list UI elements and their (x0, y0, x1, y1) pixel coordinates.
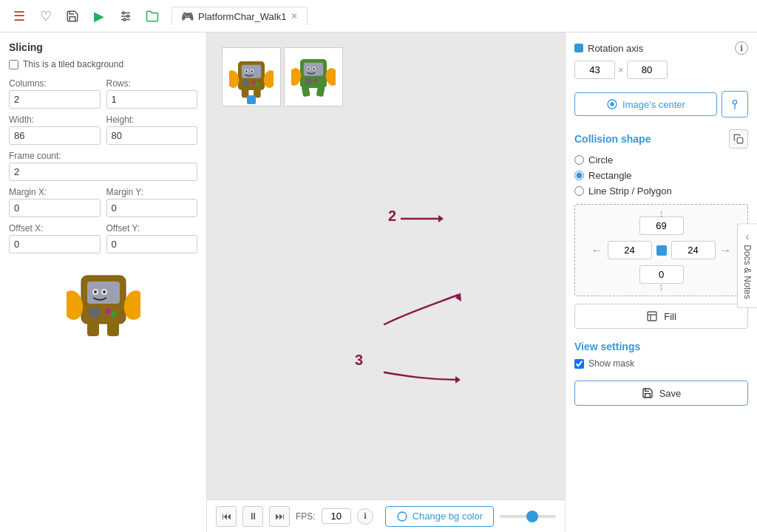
docs-notes-tab[interactable]: Docs & Notes (737, 223, 757, 308)
tab-close-button[interactable]: ✕ (291, 11, 298, 21)
svg-point-56 (733, 100, 736, 104)
save-icon (642, 387, 654, 399)
frame-0-box[interactable] (222, 47, 281, 106)
fps-label: FPS: (296, 511, 316, 522)
offset-x-label: Offset X: (9, 223, 101, 233)
right-arrow-icon[interactable]: → (720, 244, 732, 257)
play-icon[interactable]: ▶ (89, 6, 109, 27)
line-strip-radio[interactable] (574, 186, 584, 196)
svg-point-5 (123, 18, 126, 21)
right-panel: Rotation axis ℹ × Image's center (565, 33, 757, 532)
fill-button[interactable]: Fill (574, 304, 748, 329)
svg-point-27 (256, 83, 259, 86)
copy-shape-button[interactable] (729, 129, 748, 149)
main-content: Slicing This is a tiled background Colum… (0, 33, 757, 532)
tab-platform-char[interactable]: 🎮 PlatformChar_Walk1 ✕ (172, 7, 308, 25)
width-label: Width: (9, 115, 101, 125)
svg-point-12 (89, 307, 101, 318)
circle-radio[interactable] (574, 155, 584, 165)
show-mask-checkbox[interactable] (574, 359, 584, 369)
svg-point-14 (111, 311, 117, 317)
rotation-axis-row: Rotation axis ℹ (574, 41, 748, 55)
save-button[interactable]: Save (574, 381, 748, 406)
change-bg-button[interactable]: Change bg color (385, 506, 494, 527)
toolbar: ☰ ♡ ▶ 🎮 PlatformChar_Walk1 ✕ (0, 0, 757, 33)
copy-icon (733, 134, 744, 144)
folder-icon[interactable] (142, 6, 163, 27)
fps-info-button[interactable]: ℹ (357, 508, 373, 525)
bottom-resize-handle[interactable]: ↕ (659, 281, 664, 293)
circle-radio-row[interactable]: Circle (574, 154, 748, 166)
collision-handle[interactable] (656, 245, 667, 256)
heart-icon[interactable]: ♡ (35, 6, 56, 27)
svg-point-36 (308, 68, 309, 69)
change-bg-label: Change bg color (413, 511, 483, 522)
canvas-content[interactable]: 0 (207, 33, 565, 499)
editor-left-input[interactable] (608, 241, 652, 259)
zoom-slider[interactable] (500, 515, 556, 518)
rectangle-radio-row[interactable]: Rectangle (574, 170, 748, 181)
line-strip-radio-row[interactable]: Line Strip / Polygon (574, 185, 748, 197)
fps-input[interactable] (322, 508, 351, 524)
rectangle-label: Rectangle (588, 170, 632, 181)
svg-text:2: 2 (388, 208, 396, 224)
frame-0[interactable]: 0 (222, 47, 281, 106)
rectangle-radio[interactable] (574, 171, 584, 180)
svg-rect-58 (737, 137, 743, 143)
tiled-bg-row[interactable]: This is a tiled background (9, 59, 197, 69)
editor-right-input[interactable] (671, 241, 716, 259)
save-icon[interactable] (62, 6, 83, 27)
svg-point-23 (245, 70, 247, 72)
tab-bar: 🎮 PlatformChar_Walk1 ✕ (172, 7, 308, 25)
height-input[interactable] (106, 126, 198, 145)
tiled-bg-checkbox[interactable] (9, 60, 18, 69)
canvas-area: 0 (207, 33, 565, 532)
margin-y-input[interactable] (106, 199, 198, 217)
margin-y-group: Margin Y: (106, 187, 198, 217)
offset-y-group: Offset Y: (106, 223, 198, 253)
frame-count-group: Frame count: (9, 151, 197, 181)
fill-label: Fill (664, 311, 676, 322)
svg-point-11 (103, 290, 106, 293)
offset-x-group: Offset X: (9, 223, 101, 253)
sliders-icon[interactable] (115, 6, 136, 27)
hamburger-icon[interactable]: ☰ (9, 6, 30, 27)
svg-point-3 (123, 12, 125, 14)
frame-count-input[interactable] (9, 163, 197, 181)
width-group: Width: (9, 115, 101, 145)
next-frame-button[interactable]: ⏭ (269, 506, 290, 527)
margin-x-input[interactable] (9, 199, 101, 217)
pin-button[interactable] (722, 91, 748, 117)
show-mask-label: Show mask (588, 358, 634, 369)
pause-button[interactable]: ⏸ (242, 506, 263, 527)
columns-label: Columns: (9, 78, 101, 89)
circle-label: Circle (588, 154, 613, 166)
svg-point-39 (314, 78, 318, 82)
frame-1[interactable]: 1 (284, 47, 343, 106)
image-center-button[interactable]: Image's center (574, 92, 717, 116)
offset-x-input[interactable] (9, 235, 101, 253)
top-resize-handle[interactable]: ↕ (659, 208, 664, 219)
svg-point-55 (611, 103, 614, 106)
show-mask-row[interactable]: Show mask (574, 358, 748, 369)
rotation-y-input[interactable] (627, 61, 668, 79)
columns-input[interactable] (9, 90, 101, 109)
height-label: Height: (106, 115, 198, 125)
frame-1-box[interactable] (284, 47, 343, 106)
rows-input[interactable] (106, 90, 198, 109)
slider-container (500, 515, 556, 518)
svg-point-25 (242, 80, 250, 87)
height-group: Height: (106, 115, 198, 145)
tab-icon: 🎮 (181, 10, 194, 22)
prev-frame-button[interactable]: ⏮ (216, 506, 237, 527)
character-preview (9, 261, 197, 352)
center-icon (606, 98, 618, 110)
margin-x-group: Margin X: (9, 187, 101, 217)
rotation-x-input[interactable] (574, 61, 615, 79)
svg-point-26 (252, 81, 256, 84)
width-input[interactable] (9, 126, 101, 145)
docs-notes-label: Docs & Notes (742, 245, 753, 299)
left-arrow-icon[interactable]: ← (591, 244, 603, 257)
rotation-axis-info-button[interactable]: ℹ (735, 41, 748, 55)
offset-y-input[interactable] (106, 235, 198, 253)
